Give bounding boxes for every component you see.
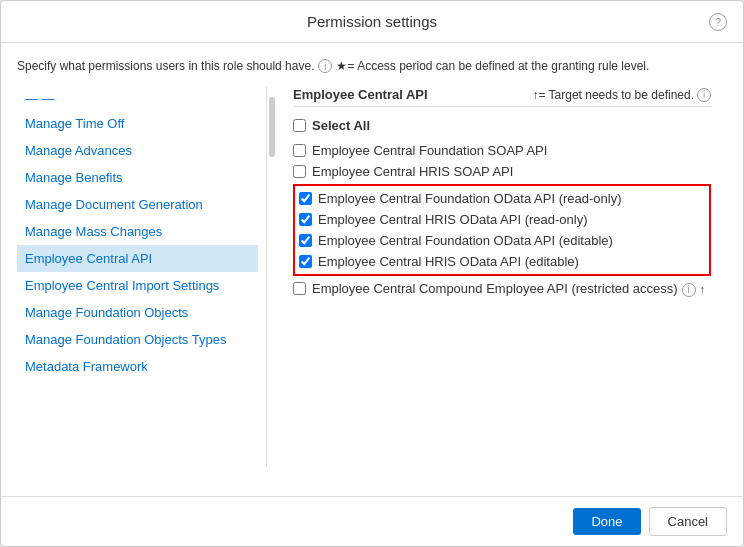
label-hris-odata-readonly[interactable]: Employee Central HRIS OData API (read-on… xyxy=(318,212,588,227)
sidebar-item-employee-central-api[interactable]: Employee Central API xyxy=(17,245,258,272)
label-foundation-odata-editable[interactable]: Employee Central Foundation OData API (e… xyxy=(318,233,613,248)
info-icon: i xyxy=(318,59,332,73)
sidebar-item-manage-document-generation[interactable]: Manage Document Generation xyxy=(17,191,258,218)
dialog-title: Permission settings xyxy=(307,13,437,30)
label-hris-odata-editable[interactable]: Employee Central HRIS OData API (editabl… xyxy=(318,254,579,269)
target-note-text: ↑= Target needs to be defined. xyxy=(532,88,694,102)
info-text: Specify what permissions users in this r… xyxy=(17,59,314,73)
sidebar-scroll-wrapper: — —Manage Time OffManage AdvancesManage … xyxy=(17,87,277,480)
perm-item-foundation-odata-readonly: Employee Central Foundation OData API (r… xyxy=(299,188,705,209)
select-all-row: Select All xyxy=(293,115,711,136)
highlighted-permissions-group: Employee Central Foundation OData API (r… xyxy=(293,184,711,276)
label-foundation-odata-readonly[interactable]: Employee Central Foundation OData API (r… xyxy=(318,191,622,206)
checkbox-hris-soap-api[interactable] xyxy=(293,165,306,178)
help-icon[interactable]: ? xyxy=(709,13,727,31)
perm-item-hris-odata-editable: Employee Central HRIS OData API (editabl… xyxy=(299,251,705,272)
star-note: ★= Access period can be defined at the g… xyxy=(336,59,649,73)
content-panel-title: Employee Central API xyxy=(293,87,428,102)
checkbox-compound-employee-api[interactable] xyxy=(293,282,306,295)
sidebar-item-manage-foundation-objects-types[interactable]: Manage Foundation Objects Types xyxy=(17,326,258,353)
label-hris-soap-api[interactable]: Employee Central HRIS SOAP API xyxy=(312,164,513,179)
perm-item-compound-employee-api: Employee Central Compound Employee API (… xyxy=(293,278,711,300)
dialog-footer: Done Cancel xyxy=(1,496,743,546)
sidebar-item-manage-mass-changes[interactable]: Manage Mass Changes xyxy=(17,218,258,245)
checkbox-foundation-odata-readonly[interactable] xyxy=(299,192,312,205)
checkbox-soap-api[interactable] xyxy=(293,144,306,157)
perm-item-hris-soap-api: Employee Central HRIS SOAP API xyxy=(293,161,711,182)
sidebar-item-manage-benefits[interactable]: Manage Benefits xyxy=(17,164,258,191)
perm-item-hris-odata-readonly: Employee Central HRIS OData API (read-on… xyxy=(299,209,705,230)
perm-item-foundation-odata-editable: Employee Central Foundation OData API (e… xyxy=(299,230,705,251)
permission-settings-dialog: Permission settings ? Specify what permi… xyxy=(0,0,744,547)
info-bar: Specify what permissions users in this r… xyxy=(17,59,727,73)
target-icon: ↑ xyxy=(700,283,706,295)
sidebar-item-manage-time-off[interactable]: Manage Time Off xyxy=(17,110,258,137)
cancel-button[interactable]: Cancel xyxy=(649,507,727,536)
sidebar: — —Manage Time OffManage AdvancesManage … xyxy=(17,87,267,467)
sidebar-item-manage-foundation-objects[interactable]: Manage Foundation Objects xyxy=(17,299,258,326)
content-panel: Employee Central API ↑= Target needs to … xyxy=(277,87,727,467)
label-soap-api[interactable]: Employee Central Foundation SOAP API xyxy=(312,143,547,158)
permissions-list: Select AllEmployee Central Foundation SO… xyxy=(293,115,711,300)
target-info-icon: i xyxy=(697,88,711,102)
done-button[interactable]: Done xyxy=(573,508,640,535)
select-all-label[interactable]: Select All xyxy=(312,118,370,133)
content-header: Employee Central API ↑= Target needs to … xyxy=(293,87,711,107)
label-compound-employee-api[interactable]: Employee Central Compound Employee API (… xyxy=(312,281,696,297)
checkbox-hris-odata-readonly[interactable] xyxy=(299,213,312,226)
sidebar-item-metadata-framework[interactable]: Metadata Framework xyxy=(17,353,258,380)
select-all-checkbox[interactable] xyxy=(293,119,306,132)
sidebar-item-manage-advances[interactable]: Manage Advances xyxy=(17,137,258,164)
perm-item-soap-api: Employee Central Foundation SOAP API xyxy=(293,140,711,161)
target-note: ↑= Target needs to be defined. i xyxy=(532,88,711,102)
scrollbar[interactable] xyxy=(269,97,275,157)
dialog-header: Permission settings ? xyxy=(1,1,743,43)
sidebar-item-employee-central-import-settings[interactable]: Employee Central Import Settings xyxy=(17,272,258,299)
checkbox-foundation-odata-editable[interactable] xyxy=(299,234,312,247)
main-content: — —Manage Time OffManage AdvancesManage … xyxy=(17,87,727,480)
dialog-body: Specify what permissions users in this r… xyxy=(1,43,743,496)
checkbox-hris-odata-editable[interactable] xyxy=(299,255,312,268)
compound-api-info-icon: i xyxy=(682,283,696,297)
